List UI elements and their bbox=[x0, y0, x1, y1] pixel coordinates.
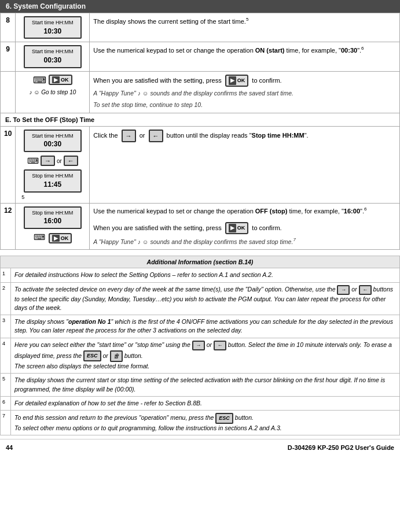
step-9-icons: ⌨ ▶OK ♪ ☺ Go to step 10 bbox=[19, 75, 86, 95]
step-9-desc-top: Use the numerical keypad to set or chang… bbox=[90, 42, 400, 71]
note-7-num: 7 bbox=[1, 411, 11, 435]
step-9b-row: ⌨ ▶OK ♪ ☺ Go to step 10 When you are sat… bbox=[1, 71, 400, 113]
step-8-visual: Start time HH:MM 10:30 bbox=[16, 13, 90, 42]
arrow-left-note4[interactable]: ← bbox=[214, 341, 226, 350]
step-12-visual: Stop time HH:MM 16:00 ⌨ ▶OK bbox=[16, 203, 90, 250]
ok-button-12: ▶OK bbox=[49, 233, 72, 243]
display-value: 00:30 bbox=[30, 56, 76, 65]
additional-header-text: Additional Information (section B.14) bbox=[147, 258, 254, 265]
ok-arrow-inline: ▶ bbox=[229, 76, 236, 86]
arrow-right-button[interactable]: → bbox=[41, 156, 55, 166]
step-12-ok-visual: ⌨ ▶OK bbox=[19, 232, 86, 243]
step-9-visual-top: Start time HH:MM 00:30 bbox=[16, 42, 90, 71]
arrow-left-note2[interactable]: ← bbox=[359, 285, 372, 295]
keypad-icon-10: ⌨ bbox=[27, 156, 39, 165]
step-9b-visual: ⌨ ▶OK ♪ ☺ Go to step 10 bbox=[16, 71, 90, 113]
step-9-note1: A "Happy Tune" ♪ ☺ sounds and the displa… bbox=[93, 89, 396, 98]
esc-button-note4[interactable]: ESC bbox=[83, 350, 101, 361]
step-12-desc: Use the numerical keypad to set or chang… bbox=[90, 203, 400, 250]
display-value: 10:30 bbox=[30, 27, 76, 36]
note-2-row: 2 To activate the selected device on eve… bbox=[1, 282, 400, 315]
arrow-right-inline[interactable]: → bbox=[122, 130, 136, 143]
ok-arrow-12-inline: ▶ bbox=[229, 224, 236, 233]
step-10-row: 10 Start time HH:MM 00:30 ⌨ → or ← Stop … bbox=[1, 126, 400, 203]
section-e-row: E. To Set the OFF (Stop) Time bbox=[1, 113, 400, 126]
note-3-content: The display shows "operation No 1" which… bbox=[14, 318, 393, 334]
keypad-ok-row: ⌨ ▶OK bbox=[33, 75, 72, 86]
step-10-visual: Start time HH:MM 00:30 ⌨ → or ← Stop tim… bbox=[16, 126, 90, 203]
display-stop-time-16-00: Stop time HH:MM 16:00 bbox=[24, 206, 82, 229]
page: 6. System Configuration 8 Start time HH:… bbox=[0, 0, 400, 453]
note-5-text: The display shows the current start or s… bbox=[11, 374, 400, 396]
section-title: 6. System Configuration bbox=[6, 2, 86, 10]
trash-button-note4[interactable]: 🗑 bbox=[110, 350, 123, 363]
note-7-row: 7 To end this session and return to the … bbox=[1, 411, 400, 435]
ok-arrow-icon: ▶ bbox=[52, 76, 60, 83]
step-10-num: 10 bbox=[1, 126, 16, 203]
go-to-step10: ♪ ☺ Go to step 10 bbox=[29, 89, 76, 95]
note-5-row: 5 The display shows the current start or… bbox=[1, 374, 400, 396]
step-9-num: 9 bbox=[1, 42, 16, 71]
step-12-text-after-btn: to confirm. bbox=[252, 224, 281, 231]
step-8-desc: The display shows the current setting of… bbox=[90, 13, 400, 42]
display-start-time-00-30: Start time HH:MM 00:30 bbox=[24, 45, 82, 68]
note-4-content: Here you can select either the "start ti… bbox=[14, 341, 392, 370]
step-9b-num bbox=[1, 71, 16, 113]
note-6-num: 6 bbox=[1, 396, 11, 410]
arrow-right-note4[interactable]: → bbox=[192, 341, 205, 350]
step-12-text-before-btn: When you are satisfied with the setting,… bbox=[93, 224, 221, 231]
note-6-row: 6 For detailed explanation of how to set… bbox=[1, 396, 400, 410]
ok-button-inline: ▶OK bbox=[225, 75, 249, 87]
note-2-content: To activate the selected device on every… bbox=[14, 286, 393, 311]
additional-info-table: Additional Information (section B.14) 1 … bbox=[0, 256, 400, 435]
note-4-num: 4 bbox=[1, 338, 11, 374]
step-9-text-after-btn: to confirm. bbox=[252, 76, 281, 83]
step-8-sup: 5 bbox=[246, 17, 248, 22]
note-1-num: 1 bbox=[1, 268, 11, 282]
footer-doc-ref: D-304269 KP-250 PG2 User's Guide bbox=[288, 444, 394, 451]
section-e-heading: E. To Set the OFF (Stop) Time bbox=[5, 116, 94, 123]
additional-info-header: Additional Information (section B.14) bbox=[1, 256, 400, 268]
display-stop-time-11-45: Stop time HH:MM 11:45 bbox=[24, 169, 82, 192]
note-2-text: To activate the selected device on every… bbox=[11, 282, 400, 315]
step-9-text: Use the numerical keypad to set or chang… bbox=[93, 47, 364, 54]
step-8-text: The display shows the current setting of… bbox=[93, 18, 246, 25]
arrow-left-button[interactable]: ← bbox=[64, 156, 78, 166]
keypad-icon-12: ⌨ bbox=[34, 232, 45, 242]
step-8-num: 8 bbox=[1, 13, 16, 42]
display-label: Stop time HH:MM bbox=[30, 172, 76, 180]
note-4-text: Here you can select either the "start ti… bbox=[11, 338, 400, 374]
note-4-row: 4 Here you can select either the "start … bbox=[1, 338, 400, 374]
note-3-row: 3 The display shows "operation No 1" whi… bbox=[1, 315, 400, 338]
display-value: 16:00 bbox=[30, 216, 76, 226]
note-3-text: The display shows "operation No 1" which… bbox=[11, 315, 400, 338]
page-footer: 44 D-304269 KP-250 PG2 User's Guide bbox=[0, 439, 400, 453]
section-header: 6. System Configuration bbox=[0, 0, 400, 13]
display-start-time-10-00-30: Start time HH:MM 00:30 bbox=[24, 130, 82, 152]
arrow-right-note2[interactable]: → bbox=[337, 285, 350, 295]
step-12-num: 12 bbox=[1, 203, 16, 250]
step-12-text: Use the numerical keypad to set or chang… bbox=[93, 208, 366, 215]
note-7-content: To end this session and return to the pr… bbox=[14, 414, 282, 431]
step-12-note: A "Happy Tune" ♪ ☺ sounds and the displa… bbox=[93, 237, 396, 246]
section-e-heading-cell: E. To Set the OFF (Stop) Time bbox=[1, 113, 400, 126]
step-10-desc: Click the → or ← button until the displa… bbox=[90, 126, 400, 203]
ok-arrow-12: ▶ bbox=[52, 235, 60, 242]
note-7-text: To end this session and return to the pr… bbox=[11, 411, 400, 435]
display-label: Start time HH:MM bbox=[30, 19, 76, 27]
step-8-row: 8 Start time HH:MM 10:30 The display sho… bbox=[1, 13, 400, 42]
footer-page-num: 44 bbox=[6, 444, 13, 451]
note-6-text: For detailed explanation of how to set t… bbox=[11, 396, 400, 410]
arrow-left-inline[interactable]: ← bbox=[149, 130, 163, 143]
step-10-text-before: Click the bbox=[93, 132, 118, 139]
esc-button-note7[interactable]: ESC bbox=[215, 413, 233, 424]
note-1-text: For detailed instructions How to select … bbox=[11, 268, 400, 282]
keypad-icon: ⌨ bbox=[33, 75, 46, 86]
step-10-icons: Start time HH:MM 00:30 ⌨ → or ← Stop tim… bbox=[19, 130, 86, 200]
display-value: 00:30 bbox=[30, 139, 76, 149]
note-3-num: 3 bbox=[1, 315, 11, 338]
note-1-row: 1 For detailed instructions How to selec… bbox=[1, 268, 400, 282]
keypad-arrows-row: ⌨ → or ← bbox=[27, 156, 78, 166]
ok-button-display: ▶OK bbox=[49, 75, 72, 85]
display-label: Start time HH:MM bbox=[30, 132, 76, 140]
